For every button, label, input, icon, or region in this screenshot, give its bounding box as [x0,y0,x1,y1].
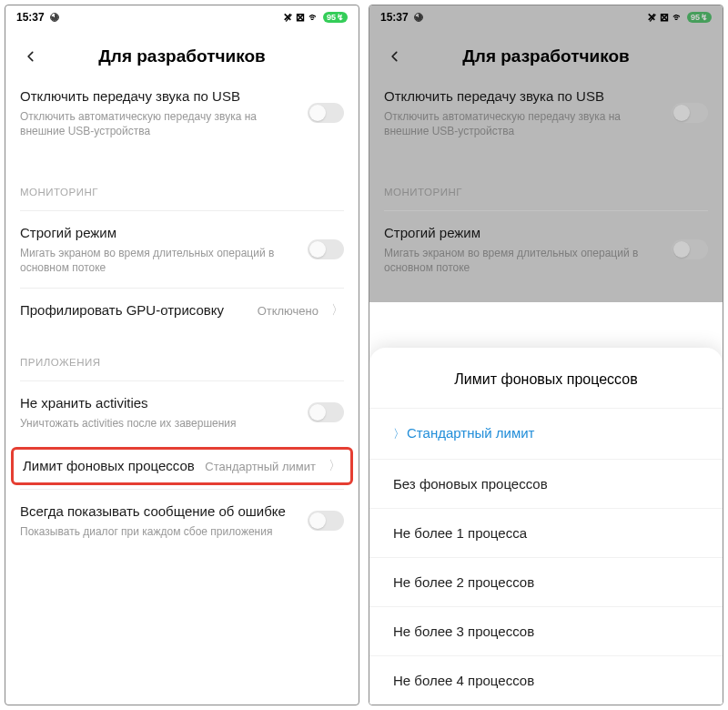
row-gpu-profile[interactable]: Профилировать GPU-отрисовку Отключено 〉 [20,288,344,332]
section-monitoring: МОНИТОРИНГ [384,187,708,198]
sheet-option-2[interactable]: Не более 2 процессов [369,557,723,606]
status-right: ✕̷ ⊠ ᯤ 95↯ [647,11,712,24]
sheet-title: Лимит фоновых процессов [369,371,723,408]
row-title: Строгий режим [20,224,298,242]
chevron-left-icon [389,50,401,63]
vibrate-icon: ✕̷ [283,11,292,24]
app-header: Для разработчиков [5,29,359,87]
row-value: Стандартный лимит [205,460,316,473]
settings-content: Отключить передачу звука по USB Отключит… [5,87,359,567]
option-label: Не более 2 процессов [393,574,534,590]
x-box-icon: ⊠ [296,11,305,24]
row-sub: Мигать экраном во время длительных опера… [384,246,662,275]
back-button[interactable] [20,46,42,67]
status-bar: 15:37 ✕̷ ⊠ ᯤ 95↯ [5,5,359,29]
highlight-bg-limit: Лимит фоновых процессов Стандартный лими… [11,447,353,485]
row-sub: Уничтожать activities после их завершени… [20,416,298,431]
row-bg-limit[interactable]: Лимит фоновых процессов Стандартный лими… [23,457,341,475]
app-header: Для разработчиков [369,29,723,87]
status-right: ✕̷ ⊠ ᯤ 95↯ [283,11,348,24]
toggle-activities[interactable] [308,402,344,422]
row-strict-mode[interactable]: Строгий режим Мигать экраном во время дл… [20,210,344,289]
chevron-right-icon: 〉 [393,427,405,441]
row-title: Отключить передачу звука по USB [20,87,298,106]
chevron-left-icon [25,50,37,63]
row-title: Всегда показывать сообщение об ошибке [20,502,298,521]
toggle-strict [672,239,708,259]
battery-pill: 95↯ [323,12,348,23]
pie-icon [50,13,59,22]
option-label: Стандартный лимит [407,425,534,441]
chevron-right-icon: 〉 [329,458,341,474]
x-box-icon: ⊠ [660,11,669,24]
chevron-right-icon: 〉 [331,302,344,319]
option-label: Без фоновых процессов [393,476,548,492]
page-title: Для разработчиков [60,46,304,66]
row-activities[interactable]: Не хранить activities Уничтожать activit… [20,380,344,443]
status-time: 15:37 [380,11,409,24]
row-sub: Отключить автоматическую передачу звука … [20,109,298,138]
battery-pill: 95↯ [687,12,712,23]
row-crash-dialog[interactable]: Всегда показывать сообщение об ошибке По… [20,489,344,552]
row-title: Отключить передачу звука по USB [384,87,662,106]
option-label: Не более 3 процессов [393,624,534,639]
sheet-option-none[interactable]: Без фоновых процессов [369,459,723,508]
bottom-sheet: Лимит фоновых процессов 〉Стандартный лим… [369,348,723,705]
status-bar: 15:37 ✕̷ ⊠ ᯤ 95↯ [369,5,723,29]
sheet-option-standard[interactable]: 〉Стандартный лимит [369,408,723,459]
phone-sheet: 15:37 ✕̷ ⊠ ᯤ 95↯ Для разработчиков Отклю… [369,5,723,705]
toggle-strict[interactable] [308,239,344,259]
back-button[interactable] [384,46,406,67]
row-title: Профилировать GPU-отрисовку [20,301,248,320]
option-label: Не более 1 процесса [393,525,527,541]
section-monitoring: МОНИТОРИНГ [20,187,344,198]
wifi-icon: ᯤ [672,11,683,24]
settings-content-dimmed: Отключить передачу звука по USB Отключит… [369,87,723,302]
toggle-crash[interactable] [308,511,344,531]
row-value: Отключено [258,304,318,318]
section-apps: ПРИЛОЖЕНИЯ [20,357,344,368]
vibrate-icon: ✕̷ [647,11,656,24]
toggle-usb-audio [672,103,708,123]
option-label: Не более 4 процессов [393,673,534,688]
status-left: 15:37 [380,11,423,24]
status-left: 15:37 [16,11,59,24]
status-time: 15:37 [16,11,45,24]
row-title: Лимит фоновых процессов [23,457,196,475]
pie-icon [414,13,423,22]
sheet-option-1[interactable]: Не более 1 процесса [369,508,723,557]
page-title: Для разработчиков [424,46,668,66]
row-sub: Показывать диалог при каждом сбое прилож… [20,524,298,539]
row-strict-mode: Строгий режим Мигать экраном во время дл… [384,210,708,289]
row-title: Не хранить activities [20,394,298,412]
row-sub: Мигать экраном во время длительных опера… [20,246,298,275]
phone-settings: 15:37 ✕̷ ⊠ ᯤ 95↯ Для разработчиков Отклю… [5,5,359,705]
sheet-option-3[interactable]: Не более 3 процессов [369,606,723,655]
wifi-icon: ᯤ [308,11,319,24]
row-title: Строгий режим [384,224,662,242]
sheet-option-4[interactable]: Не более 4 процессов [369,655,723,705]
row-sub: Отключить автоматическую передачу звука … [384,109,662,138]
row-usb-audio[interactable]: Отключить передачу звука по USB Отключит… [20,87,344,152]
toggle-usb-audio[interactable] [308,103,344,123]
row-usb-audio: Отключить передачу звука по USB Отключит… [384,87,708,152]
